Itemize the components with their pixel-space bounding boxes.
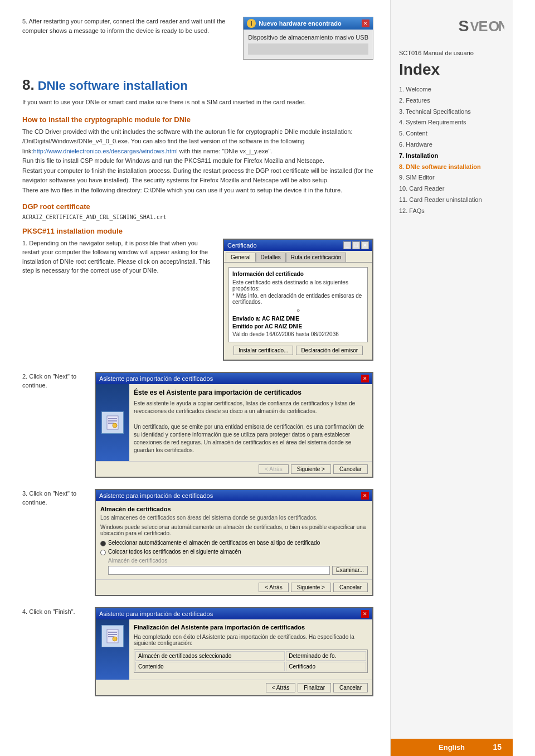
cert-tab-details[interactable]: Detalles [256, 253, 286, 262]
sidebar-item-11[interactable]: 11. Card Reader uninstallation [399, 195, 504, 206]
section-heading: 8. DNIe software installation If you wan… [22, 76, 373, 107]
step4-dialog-title: Asistente para importación de certificad… [99, 610, 213, 617]
sidebar-item-10[interactable]: 10. Card Reader [399, 183, 504, 195]
svg-point-9 [113, 637, 117, 641]
cert-info-box: Información del certificado Este certifi… [228, 267, 368, 342]
dialog-content: Dispositivo de almacenamiento masivo USB [244, 30, 373, 59]
cert-dialog-close: _ □ ✕ [343, 241, 369, 249]
dialog-close-button[interactable]: ✕ [362, 20, 369, 27]
svg-text:S: S [459, 17, 469, 35]
sidebar-item-7[interactable]: 7. Installation [399, 151, 504, 162]
step2-wizard-footer: < Atrás Siguiente > Cancelar [96, 461, 372, 477]
step3-next-button[interactable]: Siguiente > [291, 583, 331, 592]
cert-dialog-title: Certificado [227, 242, 257, 249]
svg-rect-3 [108, 423, 114, 424]
cert-issued-by-value: AC RAIZ DNIE [265, 323, 302, 329]
step3-option2-label: Colocar todos los certificados en el sig… [108, 549, 241, 555]
sidebar-item-12[interactable]: 12. FAQs [399, 206, 504, 217]
crypto-subsection-title: How to install the cryptographic module … [22, 115, 373, 124]
cert-valid-to: 08/02/2036 [311, 331, 339, 337]
sidebar-index-list: 1. Welcome 2. Features 3. Technical Spec… [399, 84, 504, 217]
step2-dialog-title: Asistente para importación de certificad… [99, 375, 213, 382]
finish-value1: Determinado de fo. [286, 651, 366, 661]
sidebar-item-3[interactable]: 3. Technical Specifications [399, 106, 504, 118]
step2-close-btn[interactable]: ✕ [361, 375, 369, 382]
step4-wizard-body: Finalización del Asistente para importac… [96, 619, 372, 680]
cert-issued-by: Emitido por AC RAIZ DNIE [232, 323, 364, 329]
cert-maximize-btn[interactable]: □ [352, 241, 360, 249]
step3-browse-button[interactable]: Examinar... [332, 566, 368, 575]
step2-wizard-body-text: Este asistente le ayuda a copiar certifi… [134, 400, 368, 454]
step3-text: 3. Click on "Next" to continue. [22, 489, 84, 507]
svg-text:N: N [498, 18, 504, 34]
sidebar-item-2[interactable]: 2. Features [399, 95, 504, 106]
step3-browse-row: Examinar... [108, 566, 368, 575]
step3-back-button[interactable]: < Atrás [259, 583, 288, 592]
cert-close-btn[interactable]: ✕ [361, 241, 369, 249]
step3-option1-label: Seleccionar automáticamente el almacén d… [108, 540, 320, 546]
step3-wizard-titlebar: Asistente para importación de certificad… [96, 490, 372, 501]
cert-valid-from: 16/02/2006 [266, 331, 294, 337]
cert-dialog: Certificado _ □ ✕ General Detalles Ruta … [223, 239, 373, 361]
svg-text:V: V [470, 19, 479, 34]
svg-rect-7 [108, 634, 117, 635]
step4-back-button[interactable]: < Atrás [266, 683, 295, 692]
step2-back-button[interactable]: < Atrás [259, 464, 288, 474]
step2-icon-area [96, 384, 129, 461]
step4-wizard-dialog: Asistente para importación de certificad… [95, 607, 373, 696]
issuer-statement-button[interactable]: Declaración del emisor [296, 346, 363, 355]
finish-label1: Almacén de certificados seleccionado [135, 651, 285, 661]
dgp-title: DGP root certificate [22, 202, 373, 211]
step4-wizard-footer: < Atrás Finalizar Cancelar [96, 680, 372, 695]
step3-dialog-title: Asistente para importación de certificad… [99, 492, 213, 499]
step3-store-title: Almacén de certificados [100, 506, 368, 512]
step4-wizard-body-text: Ha completado con éxito el Asistente par… [134, 634, 368, 646]
sidebar-item-9[interactable]: 9. SIM Editor [399, 172, 504, 183]
section-number: 8. [22, 76, 35, 94]
step4-icon-area [96, 619, 129, 680]
step3-cancel-button[interactable]: Cancelar [333, 583, 368, 592]
sidebar-item-8[interactable]: 8. DNIe software installation [399, 162, 504, 173]
svg-rect-6 [108, 632, 117, 633]
pkcs-title: PKSC#11 installation module [22, 227, 373, 235]
cert-validity: Válido desde 16/02/2006 hasta 08/02/2036 [232, 331, 364, 337]
finish-label2: Contenido [135, 662, 285, 671]
step2-next-button[interactable]: Siguiente > [291, 464, 331, 474]
step3-radio2[interactable] [100, 550, 106, 555]
cert-sent-to-label: Enviado a: [232, 316, 261, 322]
sidebar-item-1[interactable]: 1. Welcome [399, 84, 504, 95]
cert-issued-by-label: Emitido por [232, 323, 264, 329]
step2-text: 2. Click on "Next" to continue. [22, 372, 84, 390]
step4-finish-button[interactable]: Finalizar [298, 683, 331, 692]
cert-actions: Instalar certificado... Declaración del … [228, 346, 368, 355]
section-intro: If you want to use your DNIe or smart ca… [22, 98, 373, 107]
cert-tab-path[interactable]: Ruta de certificación [286, 253, 347, 262]
sidebar-item-5[interactable]: 5. Content [399, 128, 504, 139]
notification-text: 5. After restarting your computer, conne… [22, 17, 232, 35]
cert-purpose: Este certificado está destinado a los si… [232, 279, 364, 292]
step4-cancel-button[interactable]: Cancelar [333, 683, 368, 692]
svg-rect-1 [108, 418, 117, 419]
certificate-icon [105, 415, 120, 430]
sidebar-logo: S V E O N [399, 11, 504, 41]
cert-tab-general[interactable]: General [226, 253, 256, 262]
step3-close-btn[interactable]: ✕ [361, 492, 369, 500]
step3-radio1[interactable] [100, 541, 106, 546]
cert-minimize-btn[interactable]: _ [343, 241, 351, 249]
sidebar-item-4[interactable]: 4. System Requirements [399, 117, 504, 128]
step4-text: 4. Click on "Finish". [22, 607, 84, 617]
sidebar-footer: English 15 [391, 739, 513, 756]
step2-wizard-dialog: Asistente para importación de certificad… [95, 372, 373, 478]
cert-bullet: * Más info. en declaración de entidades … [232, 293, 364, 305]
finish-config-table: Almacén de certificados seleccionado Det… [134, 650, 368, 673]
svg-text:E: E [479, 18, 488, 34]
step3-input-label: Almacén de certificados [108, 558, 167, 564]
step3-wizard-footer: < Atrás Siguiente > Cancelar [96, 579, 372, 595]
step3-store-body: Windows puede seleccionar automáticament… [100, 524, 368, 536]
step2-cancel-button[interactable]: Cancelar [333, 464, 368, 474]
sidebar-item-6[interactable]: 6. Hardware [399, 139, 504, 151]
install-cert-button[interactable]: Instalar certificado... [234, 346, 293, 355]
step4-close-btn[interactable]: ✕ [361, 610, 369, 618]
store-input-field[interactable] [108, 566, 330, 575]
sidebar-page-number: 15 [493, 743, 502, 752]
